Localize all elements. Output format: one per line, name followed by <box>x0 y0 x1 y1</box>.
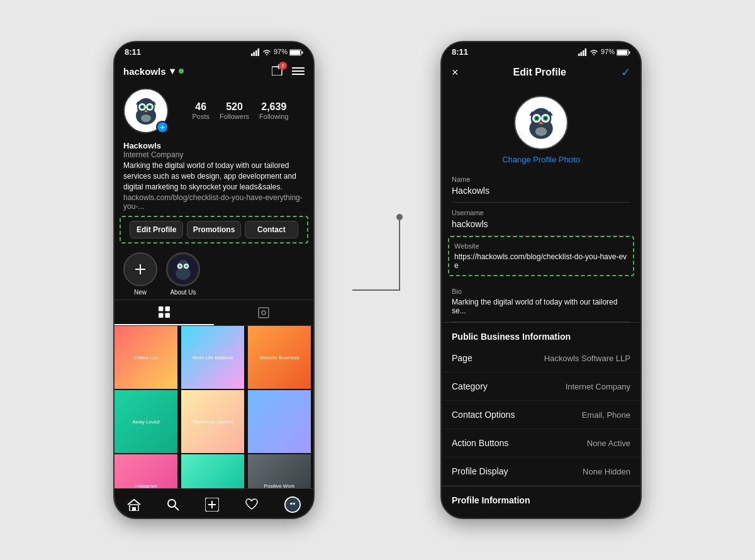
contact-options-value: Email, Phone <box>582 410 630 420</box>
following-label: Following <box>259 113 288 120</box>
post-thumb-1[interactable]: Check List <box>115 326 177 389</box>
highlight-about-us[interactable]: About Us <box>166 252 200 296</box>
signal-icon-right <box>578 48 587 56</box>
nav-search[interactable] <box>162 495 184 514</box>
profile-display-row[interactable]: Profile Display None Hidden <box>442 457 640 486</box>
wifi-icon <box>262 48 271 56</box>
phone-left: 8:11 97% <box>113 41 315 519</box>
post-thumb-3[interactable]: Website Business <box>248 326 311 389</box>
post-thumb-2[interactable]: Work Life Balance <box>181 326 244 389</box>
profile-display-label: Profile Display <box>452 466 508 476</box>
svg-rect-1 <box>253 52 255 56</box>
nav-username: hackowls <box>123 66 166 77</box>
avatar-container[interactable]: + <box>123 88 169 133</box>
following-count: 2,639 <box>259 101 288 113</box>
edit-avatar[interactable] <box>514 96 568 150</box>
battery-icon-right <box>617 49 630 56</box>
bio-text: Marking the digital world of today with … <box>123 160 305 192</box>
about-us-thumb-icon <box>167 254 199 285</box>
contact-options-label: Contact Options <box>452 410 515 420</box>
status-icons-right: 97% <box>578 48 630 56</box>
connector-horiz-bottom <box>352 289 400 291</box>
phone-right: 8:11 97% <box>440 41 642 519</box>
page-value: Hackowls Software LLP <box>544 354 630 363</box>
battery-right: 97% <box>601 48 630 56</box>
category-row[interactable]: Category Internet Company <box>442 372 640 401</box>
posts-stat[interactable]: 46 Posts <box>192 101 210 120</box>
highlight-new[interactable]: New <box>123 252 157 296</box>
svg-point-34 <box>185 265 187 267</box>
promotions-button[interactable]: Promotions <box>187 221 240 238</box>
svg-rect-52 <box>580 52 582 56</box>
nav-add[interactable] <box>200 495 224 514</box>
svg-rect-2 <box>255 50 257 56</box>
add-story-button[interactable]: + <box>156 121 169 133</box>
name-field[interactable]: Name Hackowls <box>452 169 630 203</box>
chevron-icon: ▾ <box>170 65 175 77</box>
svg-rect-36 <box>165 306 171 311</box>
username-value[interactable]: hackowls <box>452 219 630 229</box>
contact-button[interactable]: Contact <box>245 221 298 238</box>
plus-icon <box>133 262 148 277</box>
page-row[interactable]: Page Hackowls Software LLP <box>442 344 640 372</box>
website-label: Website <box>454 242 628 250</box>
username-field[interactable]: Username hackowls <box>452 203 630 236</box>
battery-icon <box>289 49 303 56</box>
tab-grid[interactable] <box>115 300 214 325</box>
svg-rect-56 <box>629 51 630 53</box>
wifi-icon-right <box>590 48 598 56</box>
notification-icon[interactable]: 2 <box>272 64 284 78</box>
edit-avatar-owl-icon <box>519 101 563 145</box>
profile-screen: hackowls ▾ 2 <box>115 59 313 516</box>
action-buttons-row[interactable]: Action Buttons None Active <box>442 429 640 457</box>
svg-point-22 <box>141 106 143 108</box>
confirm-button[interactable]: ✓ <box>621 65 630 79</box>
post-thumb-6[interactable] <box>248 390 311 453</box>
nav-profile[interactable] <box>279 495 306 514</box>
bio-field[interactable]: Bio Marking the digital world of today w… <box>452 281 630 322</box>
website-field[interactable]: Website https://hackowls.com/blog/checkl… <box>448 236 634 276</box>
contact-options-row[interactable]: Contact Options Email, Phone <box>442 401 640 429</box>
post-thumb-4[interactable]: Away Loved <box>115 390 177 453</box>
tab-tagged[interactable] <box>214 300 313 325</box>
display-name: Hackowls <box>123 141 305 150</box>
heart-icon <box>245 498 259 511</box>
website-link[interactable]: hackowls.com/blog/checklist-do-you-have-… <box>123 193 305 211</box>
menu-icon[interactable] <box>292 67 305 76</box>
following-stat[interactable]: 2,639 Following <box>259 101 288 120</box>
svg-point-50 <box>293 503 295 505</box>
profile-info: Hackowls Internet Company Marking the di… <box>115 138 313 216</box>
nav-right: 2 <box>272 64 305 78</box>
highlight-new-label: New <box>134 289 147 296</box>
edit-nav: × Edit Profile ✓ <box>442 59 640 86</box>
post-thumb-5[interactable]: Teamwork Secrets <box>181 390 244 453</box>
followers-stat[interactable]: 520 Followers <box>220 101 249 120</box>
search-icon <box>167 498 179 511</box>
svg-rect-6 <box>290 50 300 55</box>
grid-icon <box>159 306 170 318</box>
svg-rect-57 <box>617 50 627 55</box>
stats-container: 46 Posts 520 Followers 2,639 Following <box>176 101 305 120</box>
svg-point-67 <box>535 117 539 120</box>
svg-point-33 <box>179 265 181 267</box>
nav-heart[interactable] <box>240 495 264 514</box>
status-bar-left: 8:11 97% <box>115 42 313 59</box>
edit-profile-button[interactable]: Edit Profile <box>130 221 183 238</box>
svg-rect-39 <box>259 308 269 318</box>
profile-username-nav[interactable]: hackowls ▾ <box>123 65 184 77</box>
category-text: Internet Company <box>123 150 305 159</box>
name-value[interactable]: Hackowls <box>452 186 630 196</box>
svg-point-25 <box>141 115 151 122</box>
posts-label: Posts <box>192 113 210 120</box>
category-label: Category <box>452 381 488 391</box>
followers-label: Followers <box>220 113 249 120</box>
status-icons-left: 97% <box>251 48 303 56</box>
nav-home[interactable] <box>122 495 146 514</box>
svg-rect-0 <box>251 53 253 56</box>
close-button[interactable]: × <box>452 66 459 79</box>
bio-value[interactable]: Marking the digital world of today with … <box>452 298 630 315</box>
form-section: Name Hackowls Username hackowls Website … <box>442 169 640 322</box>
website-value[interactable]: https://hackowls.com/blog/checklist-do-y… <box>454 252 628 270</box>
change-photo-button[interactable]: Change Profile Photo <box>502 155 580 164</box>
profile-nav: hackowls ▾ 2 <box>115 59 313 83</box>
